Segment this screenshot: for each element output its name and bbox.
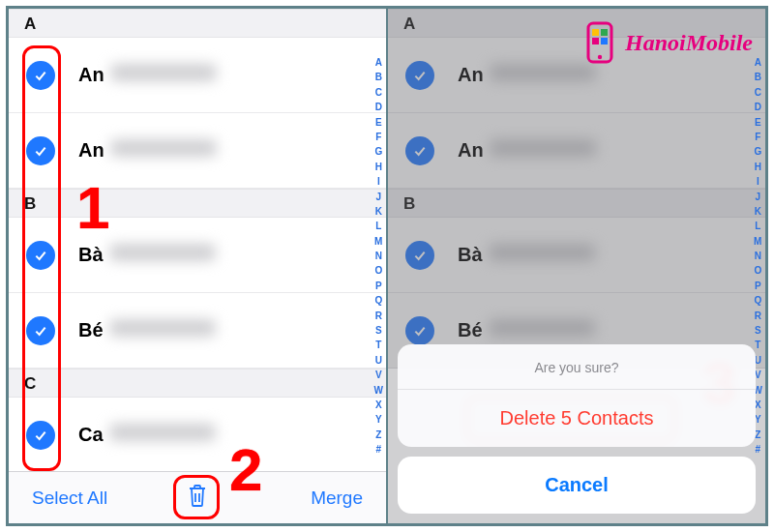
index-letter[interactable]: K	[754, 206, 762, 218]
index-letter[interactable]: O	[374, 265, 383, 277]
index-letter[interactable]: C	[754, 87, 762, 99]
svg-point-5	[598, 55, 602, 59]
index-letter[interactable]: A	[374, 57, 383, 69]
index-letter[interactable]: Y	[374, 414, 383, 426]
contact-name-prefix: Bà	[458, 244, 483, 266]
contact-row[interactable]: Bà	[9, 218, 386, 293]
index-letter[interactable]: K	[374, 206, 383, 218]
contact-row[interactable]: Ca	[9, 398, 386, 473]
panel-select-contacts: A An An B Bà Bé C	[9, 9, 388, 523]
index-letter[interactable]: C	[374, 87, 383, 99]
index-letter[interactable]: F	[754, 132, 762, 143]
index-letter[interactable]: B	[374, 72, 383, 83]
index-letter[interactable]: I	[374, 176, 383, 188]
checkbox-checked-icon[interactable]	[26, 421, 55, 450]
index-letter[interactable]: R	[754, 310, 762, 322]
blurred-text	[110, 64, 217, 81]
index-letter[interactable]: #	[374, 444, 383, 456]
delete-contacts-button[interactable]: Delete 5 Contacts	[398, 390, 756, 447]
contact-row: Bà	[388, 218, 765, 293]
index-letter[interactable]: D	[374, 102, 383, 113]
alphabet-index[interactable]: ABCDEFGHIJKLMNOPQRSTUVWXYZ#	[374, 57, 383, 456]
checkbox-checked-icon	[405, 136, 434, 165]
checkbox-checked-icon[interactable]	[26, 136, 55, 165]
index-letter[interactable]: Z	[374, 429, 383, 441]
svg-rect-1	[592, 29, 599, 36]
index-letter[interactable]: A	[754, 57, 762, 69]
cancel-button[interactable]: Cancel	[398, 457, 756, 514]
index-letter[interactable]: P	[754, 281, 762, 292]
index-letter[interactable]: F	[374, 132, 383, 143]
index-letter[interactable]: R	[374, 310, 383, 322]
blurred-text	[110, 139, 217, 157]
select-all-button[interactable]: Select All	[32, 488, 107, 509]
index-letter[interactable]: M	[754, 236, 762, 248]
index-letter[interactable]: D	[754, 102, 762, 113]
svg-rect-4	[601, 38, 608, 44]
blurred-text	[109, 244, 216, 261]
index-letter[interactable]: H	[374, 162, 383, 173]
index-letter[interactable]: E	[374, 117, 383, 129]
index-letter[interactable]: X	[374, 399, 383, 411]
hanoimobile-logo: HanoiMobile	[580, 21, 753, 64]
index-letter[interactable]: H	[754, 162, 762, 173]
index-letter[interactable]: N	[754, 251, 762, 262]
index-letter[interactable]: L	[374, 221, 383, 232]
index-letter[interactable]: Q	[374, 295, 383, 307]
checkbox-checked-icon	[405, 316, 434, 345]
index-letter[interactable]: E	[754, 117, 762, 129]
contact-name-prefix: An	[458, 139, 484, 162]
svg-rect-3	[592, 38, 599, 44]
index-letter[interactable]: S	[374, 325, 383, 337]
blurred-text	[490, 64, 596, 81]
contact-name-prefix: An	[78, 139, 104, 162]
index-letter[interactable]: J	[374, 192, 383, 203]
section-header-c: C	[9, 369, 386, 398]
svg-rect-2	[601, 29, 608, 36]
contact-name-prefix: An	[78, 64, 104, 86]
sheet-title: Are you sure?	[398, 344, 756, 390]
index-letter[interactable]: I	[754, 176, 762, 188]
index-letter[interactable]: L	[754, 221, 762, 232]
checkbox-checked-icon[interactable]	[26, 241, 55, 270]
checkbox-checked-icon	[405, 61, 434, 90]
index-letter[interactable]: B	[754, 72, 762, 83]
bottom-toolbar: Select All Merge	[9, 471, 386, 523]
action-sheet: Are you sure? Delete 5 Contacts Cancel	[398, 344, 756, 514]
blurred-text	[109, 424, 216, 441]
index-letter[interactable]: S	[754, 325, 762, 337]
logo-text: HanoiMobile	[625, 30, 753, 56]
index-letter[interactable]: P	[374, 281, 383, 292]
index-letter[interactable]: J	[754, 192, 762, 203]
blurred-text	[109, 319, 216, 337]
contacts-list: A An An B Bà Bé C	[9, 9, 386, 473]
contact-name-prefix: Bé	[78, 319, 104, 341]
index-letter[interactable]: O	[754, 265, 762, 277]
index-letter[interactable]: G	[374, 146, 383, 158]
contact-row[interactable]: Bé	[9, 293, 386, 369]
blurred-text	[490, 139, 596, 157]
contact-row[interactable]: An	[9, 38, 386, 113]
index-letter[interactable]: N	[374, 251, 383, 262]
phone-icon	[580, 21, 619, 64]
delete-button[interactable]	[186, 483, 209, 513]
index-letter[interactable]: V	[374, 369, 383, 381]
index-letter[interactable]: U	[374, 355, 383, 367]
checkbox-checked-icon	[405, 241, 434, 270]
index-letter[interactable]: G	[754, 146, 762, 158]
blurred-text	[489, 319, 595, 337]
section-header-b: B	[9, 189, 386, 218]
index-letter[interactable]: Q	[754, 295, 762, 307]
index-letter[interactable]: W	[374, 385, 383, 397]
checkbox-checked-icon[interactable]	[26, 316, 55, 345]
checkbox-checked-icon[interactable]	[26, 61, 55, 90]
contact-row: An	[388, 113, 765, 189]
merge-button[interactable]: Merge	[311, 488, 363, 509]
contact-name-prefix: Bé	[458, 319, 483, 341]
trash-icon	[186, 491, 209, 512]
index-letter[interactable]: T	[374, 340, 383, 351]
blurred-text	[489, 244, 595, 261]
section-header-a: A	[9, 9, 386, 38]
contact-row[interactable]: An	[9, 113, 386, 189]
index-letter[interactable]: M	[374, 236, 383, 248]
